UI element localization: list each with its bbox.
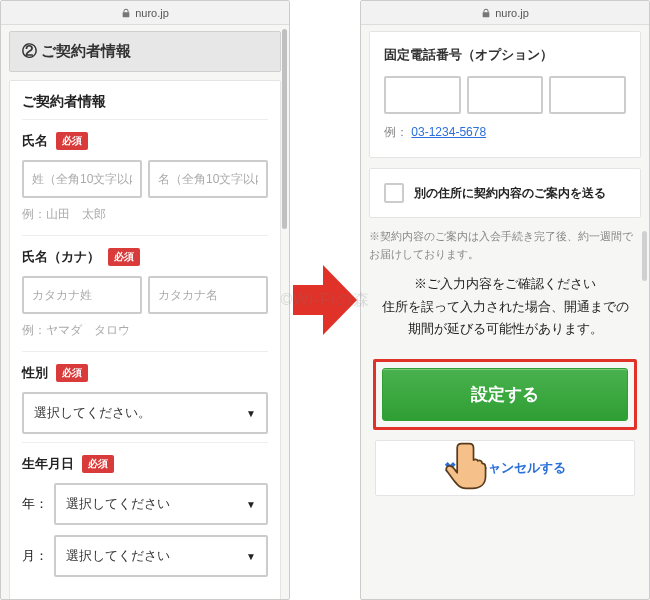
kana-label: 氏名（カナ） (22, 248, 100, 266)
alt-address-label: 別の住所に契約内容のご案内を送る (414, 185, 606, 202)
arrow-right-icon (293, 265, 357, 335)
chevron-down-icon: ▼ (246, 499, 256, 510)
left-screen: nuro.jp ② ご契約者情報 ご契約者情報 氏名 必須 例：山田 太郎 (0, 0, 290, 600)
lock-icon (481, 8, 491, 18)
confirm-warning: ※ご入力内容をご確認ください 住所を誤って入力された場合、開通までの期間が延びる… (369, 263, 641, 355)
required-badge: 必須 (108, 248, 140, 266)
chevron-down-icon: ▼ (246, 551, 256, 562)
gender-select-value: 選択してください。 (24, 394, 266, 432)
landline-input-1[interactable] (384, 76, 461, 114)
gender-select[interactable]: 選択してください。 ▼ (22, 392, 268, 434)
section-title: ② ご契約者情報 (9, 31, 281, 72)
kana-example: 例：ヤマダ タロウ (22, 322, 268, 339)
landline-example-link[interactable]: 03-1234-5678 (411, 125, 486, 139)
warning-line2: 住所を誤って入力された場合、開通までの期間が延びる可能性があります。 (377, 296, 633, 341)
url-bar: nuro.jp (361, 1, 649, 25)
right-screen: nuro.jp 固定電話番号（オプション） 例： 03-1234-5678 (360, 0, 650, 600)
chevron-down-icon: ▼ (246, 408, 256, 419)
url-bar: nuro.jp (1, 1, 289, 25)
required-badge: 必須 (82, 455, 114, 473)
cancel-label: キャンセルする (475, 459, 566, 477)
required-badge: 必須 (56, 132, 88, 150)
alt-address-panel: 別の住所に契約内容のご案内を送る (369, 168, 641, 218)
first-name-kana-input[interactable] (148, 276, 268, 314)
birth-year-select[interactable]: 選択してください ▼ (54, 483, 268, 525)
panel-title: ご契約者情報 (22, 93, 268, 111)
field-group-gender: 性別 必須 選択してください。 ▼ (22, 351, 268, 442)
cancel-block: ✖ キャンセルする (375, 440, 635, 496)
landline-input-2[interactable] (467, 76, 544, 114)
birth-month-value: 選択してください (56, 537, 266, 575)
birth-year-value: 選択してください (56, 485, 266, 523)
gender-label: 性別 (22, 364, 48, 382)
url-text: nuro.jp (135, 7, 169, 19)
contractor-info-panel: ご契約者情報 氏名 必須 例：山田 太郎 氏名（カナ (9, 80, 281, 599)
cancel-button[interactable]: ✖ キャンセルする (444, 459, 566, 477)
month-prefix: 月： (22, 547, 46, 565)
submit-button[interactable]: 設定する (382, 368, 628, 421)
alt-address-checkbox[interactable] (384, 183, 404, 203)
field-group-birth: 生年月日 必須 年： 選択してください ▼ 月： 選択してください (22, 442, 268, 595)
landline-example: 例： 03-1234-5678 (384, 124, 626, 141)
first-name-input[interactable] (148, 160, 268, 198)
warning-line1: ※ご入力内容をご確認ください (377, 273, 633, 296)
landline-panel: 固定電話番号（オプション） 例： 03-1234-5678 (369, 31, 641, 158)
name-label: 氏名 (22, 132, 48, 150)
submit-highlight-box: 設定する (373, 359, 637, 430)
name-example: 例：山田 太郎 (22, 206, 268, 223)
lock-icon (121, 8, 131, 18)
alt-address-checkbox-row[interactable]: 別の住所に契約内容のご案内を送る (384, 183, 626, 203)
close-icon: ✖ (444, 459, 457, 477)
url-text: nuro.jp (495, 7, 529, 19)
birth-month-select[interactable]: 選択してください ▼ (54, 535, 268, 577)
year-prefix: 年： (22, 495, 46, 513)
last-name-input[interactable] (22, 160, 142, 198)
field-group-name: 氏名 必須 例：山田 太郎 (22, 119, 268, 235)
alt-address-note: ※契約内容のご案内は入会手続き完了後、約一週間でお届けしております。 (369, 228, 641, 263)
arrow-column (290, 0, 360, 600)
landline-input-3[interactable] (549, 76, 626, 114)
birth-label: 生年月日 (22, 455, 74, 473)
field-group-kana: 氏名（カナ） 必須 例：ヤマダ タロウ (22, 235, 268, 351)
landline-title: 固定電話番号（オプション） (384, 46, 626, 64)
last-name-kana-input[interactable] (22, 276, 142, 314)
required-badge: 必須 (56, 364, 88, 382)
